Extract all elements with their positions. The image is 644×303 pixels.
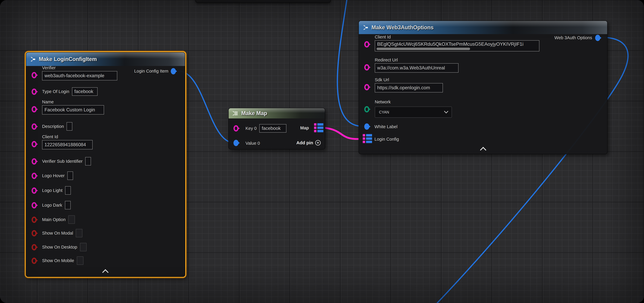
verifier-field[interactable]: web3auth-facebook-example (42, 71, 117, 80)
field-text: web3auth-facebook-example (44, 73, 104, 78)
show-on-desktop-checkbox[interactable] (80, 243, 86, 251)
type-of-login-field[interactable]: facebook (72, 87, 98, 96)
pin-label: Show On Desktop (42, 245, 77, 250)
logo-hover-field[interactable] (67, 172, 73, 180)
map-output-label: Map (300, 126, 309, 130)
pin-map-output[interactable] (314, 123, 323, 132)
pin-label: Value 0 (246, 141, 260, 146)
pin-network[interactable] (364, 106, 369, 112)
show-on-mobile-checkbox[interactable] (77, 256, 84, 265)
output-pin-label: Web 3Auth Options (554, 35, 592, 40)
pin-show-on-mobile[interactable] (32, 258, 37, 264)
network-selected-value: CYAN (379, 110, 389, 114)
network-dropdown[interactable]: CYAN (375, 106, 452, 118)
wire-map-to-loginconfig[interactable] (320, 128, 362, 139)
pin-label: White Label (374, 124, 398, 129)
blueprint-graph-canvas[interactable]: Make LoginConfigItem Verifierweb3auth-fa… (0, 0, 644, 303)
redirect-url-field[interactable]: w3a://com.w3a.Web3AuthUnreal (375, 63, 458, 72)
node-header[interactable]: Make LoginConfigItem (26, 52, 185, 66)
collapse-node-button[interactable] (480, 147, 486, 153)
pin-label: Description (42, 124, 64, 129)
pin-logo-light[interactable] (32, 188, 37, 194)
node-header[interactable]: Make Web3AuthOptions (359, 21, 607, 34)
pin-name[interactable] (32, 106, 37, 112)
add-pin-icon: + (315, 140, 321, 146)
logo-light-field[interactable] (65, 186, 71, 195)
field-text: 1222658941886084 (44, 142, 86, 148)
pin-label: Show On Mobile (42, 258, 74, 263)
make-struct-icon (30, 56, 36, 62)
pin-label: Name (42, 100, 54, 104)
pin-verifier[interactable] (32, 72, 37, 78)
node-title: Make Map (241, 110, 267, 116)
node-make-map[interactable]: Make Map Key 0 facebook Map Value 0 Add … (228, 108, 325, 150)
show-on-modal-checkbox[interactable] (76, 229, 82, 237)
chevron-down-icon (444, 109, 448, 113)
make-map-icon (232, 110, 238, 116)
pin-label: Login Config (374, 137, 399, 142)
pin-show-on-modal[interactable] (32, 230, 37, 236)
pin-label: Redirect Url (375, 58, 398, 62)
field-scrollbar[interactable] (376, 48, 470, 50)
pin-redirect-url[interactable] (364, 64, 369, 70)
verifier-sub-identifier-field[interactable] (85, 157, 91, 166)
pin-verifier-sub-identifier[interactable] (32, 158, 37, 164)
pin-label: Verifier Sub Identifier (42, 159, 82, 164)
field-text: Facebook Custom Login (44, 107, 95, 112)
pin-label: Key 0 (246, 126, 256, 131)
pin-sdk-url[interactable] (364, 84, 369, 90)
field-text: BEglQSgt4cUWcj6SKRdu5QkOXTsePmMcusG5EAoy… (377, 41, 524, 47)
pin-label: Show On Modal (42, 231, 73, 236)
pin-key-0[interactable] (234, 125, 238, 132)
client-id-field[interactable]: BEglQSgt4cUWcj6SKRdu5QkOXTsePmMcusG5EAoy… (375, 40, 539, 52)
node-header[interactable]: Make Map (229, 108, 325, 118)
pin-web3auth-options-output[interactable] (595, 35, 600, 41)
name-field[interactable]: Facebook Custom Login (42, 105, 104, 114)
node-offscreen-top[interactable] (196, 0, 331, 3)
pin-label: Logo Hover (42, 173, 65, 178)
make-struct-icon (362, 24, 369, 31)
add-pin-button[interactable]: Add pin + (296, 140, 321, 146)
pin-main-option[interactable] (32, 216, 37, 223)
pin-label: Main Option (42, 217, 66, 222)
node-title: Make Web3AuthOptions (372, 24, 434, 31)
pin-login-config[interactable] (363, 134, 372, 143)
field-text: https://sdk.openlogin.com (377, 85, 430, 90)
pin-value-0[interactable] (234, 140, 238, 146)
pin-logo-dark[interactable] (32, 202, 37, 208)
client-id-field[interactable]: 1222658941886084 (42, 140, 92, 150)
pin-label: Logo Dark (42, 203, 62, 208)
pin-white-label[interactable] (364, 124, 369, 130)
description-field[interactable] (66, 122, 72, 130)
pin-show-on-desktop[interactable] (32, 244, 37, 250)
pin-label: Sdk Url (375, 78, 389, 82)
pin-label: Client Id (375, 34, 391, 40)
pin-description[interactable] (32, 124, 37, 130)
field-text: w3a://com.w3a.Web3AuthUnreal (377, 65, 445, 71)
node-title: Make LoginConfigItem (39, 56, 97, 62)
pin-type-of-login[interactable] (32, 88, 37, 95)
add-pin-label: Add pin (296, 140, 313, 145)
pin-label: Client Id (42, 134, 58, 139)
pin-logo-hover[interactable] (32, 173, 37, 179)
key-0-field[interactable]: facebook (259, 124, 286, 132)
main-option-checkbox[interactable] (68, 216, 75, 224)
output-pin-label: Login Config Item (134, 69, 168, 74)
pin-client-id[interactable] (364, 41, 369, 48)
pin-label: Verifier (42, 66, 56, 70)
pin-label: Network (375, 100, 391, 104)
pin-client-id[interactable] (32, 141, 37, 147)
collapse-node-button[interactable] (102, 269, 108, 276)
pin-label: Type Of Login (42, 89, 69, 94)
pin-label: Logo Light (42, 188, 62, 193)
logo-dark-field[interactable] (65, 201, 71, 209)
node-make-web3authoptions[interactable]: Make Web3AuthOptions Client IdBEglQSgt4c… (358, 20, 608, 154)
node-make-loginconfigitem[interactable]: Make LoginConfigItem Verifierweb3auth-fa… (26, 52, 185, 277)
pin-login-config-item-output[interactable] (171, 68, 176, 74)
sdk-url-field[interactable]: https://sdk.openlogin.com (375, 83, 443, 92)
wire-loginconfigitem-to-value0[interactable] (178, 71, 234, 143)
